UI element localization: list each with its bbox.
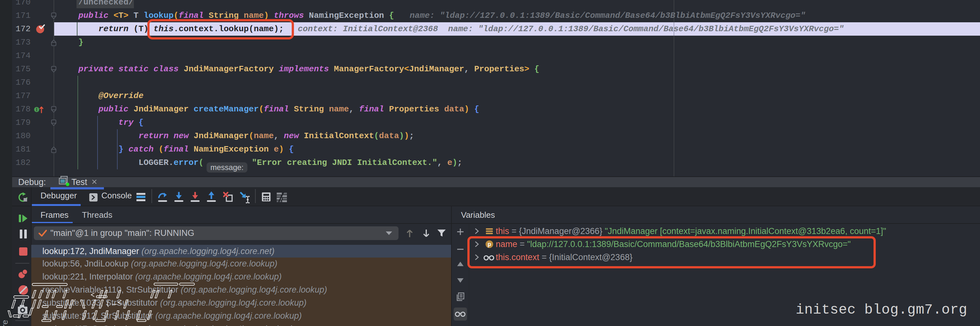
svg-text:I: I: [36, 107, 37, 112]
